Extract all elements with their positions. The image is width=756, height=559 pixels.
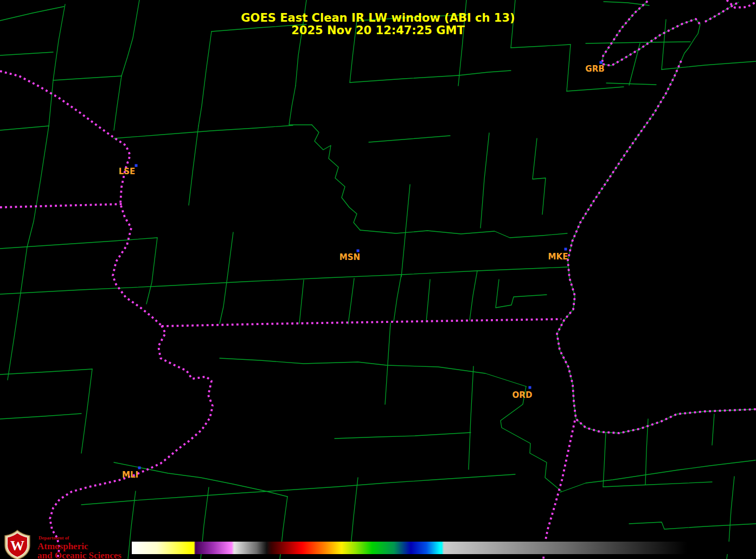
- logo-name-line2: and Oceanic Sciences: [37, 550, 121, 559]
- station-dot-msn: [357, 250, 360, 252]
- station-dot-mli: [138, 467, 141, 469]
- logo-dept-line: Department of: [39, 535, 69, 541]
- station-dot-mke: [565, 248, 567, 251]
- station-label-lse: LSE: [119, 167, 136, 176]
- map-title-line1: GOES East Clean IR LW window (ABI ch 13): [241, 11, 515, 24]
- station-dot-grb: [600, 61, 603, 64]
- crest-letter: W: [10, 538, 24, 554]
- station-label-ord: ORD: [512, 390, 533, 400]
- goes-satellite-viewer: GRBLSEMSNMKEORDMLI GOES East Clean IR LW…: [0, 0, 756, 559]
- temperature-colorbar: [132, 542, 756, 554]
- map-title-line2: 2025 Nov 20 12:47:25 GMT: [291, 24, 465, 37]
- station-label-mke: MKE: [548, 252, 568, 262]
- uw-crest-icon: W: [5, 530, 30, 559]
- station-label-mli: MLI: [122, 470, 138, 480]
- station-label-grb: GRB: [585, 64, 604, 74]
- station-dot-ord: [529, 386, 531, 389]
- satellite-map: GRBLSEMSNMKEORDMLI GOES East Clean IR LW…: [0, 0, 756, 559]
- station-label-msn: MSN: [339, 252, 360, 262]
